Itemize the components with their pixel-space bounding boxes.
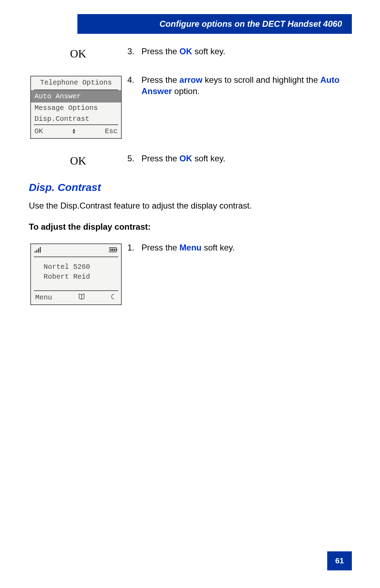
ok-softkey-label: OK xyxy=(70,47,86,60)
menu-softkeys: OK ▲▼ Esc xyxy=(31,125,121,138)
step-3-number: 3. xyxy=(127,46,141,57)
step-4-left: Telephone Options Auto Answer Message Op… xyxy=(29,74,127,139)
idle-body: Nortel 5260 Robert Reid xyxy=(31,257,121,290)
signal-icon xyxy=(34,247,42,254)
step-3-left: OK xyxy=(29,46,127,60)
menu-item-message-options: Message Options xyxy=(31,103,121,113)
book-icon xyxy=(78,293,85,302)
step-3-row: OK 3. Press the OK soft key. xyxy=(29,46,352,60)
handset-idle-screen: Nortel 5260 Robert Reid Menu xyxy=(30,243,122,305)
step-4-row: Telephone Options Auto Answer Message Op… xyxy=(29,74,352,139)
menu-item-disp-contrast: Disp.Contrast xyxy=(31,113,121,124)
svg-rect-1 xyxy=(36,250,37,253)
step-1b-text: Press the Menu soft key. xyxy=(141,242,352,253)
svg-rect-2 xyxy=(38,248,39,253)
svg-rect-5 xyxy=(116,249,117,251)
menu-selected-item: Auto Answer xyxy=(31,90,121,103)
svg-rect-6 xyxy=(110,249,112,251)
step-1b-left: Nortel 5260 Robert Reid Menu xyxy=(29,242,127,305)
updown-icon: ▲▼ xyxy=(72,129,75,134)
section-subheading: To adjust the display contrast: xyxy=(29,221,352,233)
arrow-key: arrow xyxy=(179,75,202,85)
svg-rect-7 xyxy=(112,249,113,251)
step-1b-number: 1. xyxy=(127,242,141,253)
step-5-text: Press the OK soft key. xyxy=(141,153,352,164)
idle-line2: Robert Reid xyxy=(44,272,118,282)
menu-title: Telephone Options xyxy=(31,76,121,89)
section-description: Use the Disp.Contrast feature to adjust … xyxy=(29,200,352,212)
battery-icon xyxy=(109,247,118,254)
step-1b-row: Nortel 5260 Robert Reid Menu xyxy=(29,242,352,305)
step-4-number: 4. xyxy=(127,74,141,97)
step-4-text: Press the arrow keys to scroll and highl… xyxy=(141,74,352,97)
ok-softkey-label: OK xyxy=(70,154,86,167)
page-header-title: Configure options on the DECT Handset 40… xyxy=(159,19,342,29)
idle-line1: Nortel 5260 xyxy=(44,262,118,272)
step-5-left: OK xyxy=(29,153,127,167)
handset-menu-screen: Telephone Options Auto Answer Message Op… xyxy=(30,76,122,139)
softkey-right: Esc xyxy=(105,127,118,135)
step-5-number: 5. xyxy=(127,153,141,164)
svg-rect-0 xyxy=(34,251,36,253)
softkey-left: Menu xyxy=(35,293,52,302)
step-1b-right: 1. Press the Menu soft key. xyxy=(127,242,352,253)
step-3-right: 3. Press the OK soft key. xyxy=(127,46,352,57)
idle-softkeys: Menu xyxy=(31,291,121,304)
menu-key: Menu xyxy=(179,243,202,252)
page-header: Configure options on the DECT Handset 40… xyxy=(77,14,352,34)
step-3-text: Press the OK soft key. xyxy=(141,46,352,57)
softkey-left: OK xyxy=(34,127,43,135)
step-5-row: OK 5. Press the OK soft key. xyxy=(29,153,352,167)
section-heading-disp-contrast: Disp. Contrast xyxy=(29,181,352,193)
svg-rect-3 xyxy=(40,247,41,253)
content: OK 3. Press the OK soft key. Telephone O… xyxy=(29,46,352,546)
idle-status-bar xyxy=(31,244,121,256)
svg-rect-8 xyxy=(114,249,115,251)
moon-icon xyxy=(111,293,117,302)
ok-key: OK xyxy=(179,154,192,163)
page: Configure options on the DECT Handset 40… xyxy=(0,0,380,588)
ok-key: OK xyxy=(179,47,192,56)
step-4-right: 4. Press the arrow keys to scroll and hi… xyxy=(127,74,352,97)
page-number: 61 xyxy=(327,551,352,570)
step-5-right: 5. Press the OK soft key. xyxy=(127,153,352,164)
